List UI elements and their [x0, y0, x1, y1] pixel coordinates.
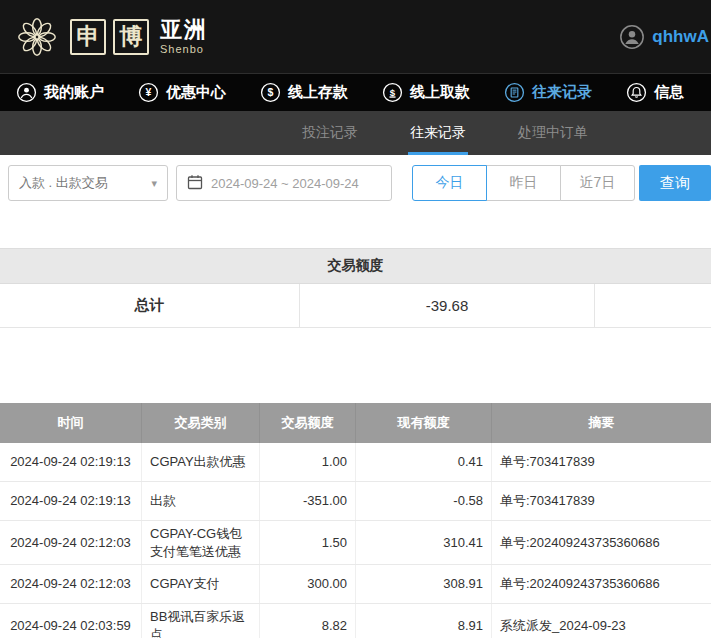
- quick-filter-yesterday[interactable]: 昨日: [486, 165, 561, 201]
- cell-type: BB视讯百家乐返点: [142, 604, 260, 638]
- nav-item-messages[interactable]: 信息: [626, 82, 684, 103]
- svg-text:¥: ¥: [146, 86, 152, 98]
- cell-type: CGPAY-CG钱包支付笔笔送优惠: [142, 521, 260, 564]
- cell-summary: 单号:703417839: [492, 443, 711, 481]
- query-button[interactable]: 查询: [639, 165, 711, 201]
- summary-total-value: -39.68: [300, 284, 595, 327]
- summary-table: 交易额度 总计 -39.68: [0, 248, 711, 328]
- nav-label: 线上取款: [410, 83, 470, 102]
- coin-icon: ¥: [138, 82, 159, 103]
- tab-betting-records[interactable]: 投注记录: [300, 111, 360, 155]
- cell-amount: 8.82: [260, 604, 356, 638]
- brand-char-shen: 申: [70, 19, 106, 55]
- col-header-balance: 现有额度: [356, 403, 492, 443]
- cell-amount: 1.00: [260, 443, 356, 481]
- date-range-value: 2024-09-24 ~ 2024-09-24: [211, 176, 359, 191]
- cell-balance: 0.41: [356, 443, 492, 481]
- quick-filter-group: 今日 昨日 近7日: [412, 165, 635, 201]
- cell-summary: 单号:703417839: [492, 482, 711, 520]
- brand-text: 亚洲 Shenbo: [160, 18, 208, 54]
- cell-summary: 系统派发_2024-09-23: [492, 604, 711, 638]
- svg-text:$: $: [390, 87, 396, 98]
- nav-label: 信息: [654, 83, 684, 102]
- user-icon: [16, 82, 37, 103]
- col-header-time: 时间: [0, 403, 142, 443]
- summary-empty-cell: [595, 284, 711, 327]
- cell-summary: 单号:202409243735360686: [492, 521, 711, 564]
- nav-item-transaction-records[interactable]: 往来记录: [504, 82, 592, 103]
- summary-total-label: 总计: [0, 284, 300, 327]
- svg-text:$: $: [268, 86, 274, 98]
- cell-amount: -351.00: [260, 482, 356, 520]
- table-row: 2024-09-24 02:12:03 CGPAY-CG钱包支付笔笔送优惠 1.…: [0, 521, 711, 565]
- user-avatar-icon[interactable]: [619, 24, 645, 50]
- nav-item-online-withdrawal[interactable]: $ 线上取款: [382, 82, 470, 103]
- cell-time: 2024-09-24 02:12:03: [0, 565, 142, 603]
- withdraw-icon: $: [382, 82, 403, 103]
- cell-balance: 308.91: [356, 565, 492, 603]
- deposit-icon: $: [260, 82, 281, 103]
- spacer: [0, 328, 711, 403]
- bell-icon: [626, 82, 647, 103]
- table-header-row: 时间 交易类别 交易额度 现有额度 摘要: [0, 403, 711, 443]
- user-area: qhhwA: [619, 0, 709, 73]
- cell-amount: 1.50: [260, 521, 356, 564]
- cell-balance: 8.91: [356, 604, 492, 638]
- summary-header: 交易额度: [0, 248, 711, 284]
- nav-item-online-deposit[interactable]: $ 线上存款: [260, 82, 348, 103]
- brand-subtitle: Shenbo: [160, 43, 208, 55]
- cell-time: 2024-09-24 02:19:13: [0, 443, 142, 481]
- cell-type: CGPAY支付: [142, 565, 260, 603]
- cell-time: 2024-09-24 02:19:13: [0, 482, 142, 520]
- brand-char-bo: 博: [113, 19, 149, 55]
- tab-transaction-records[interactable]: 往来记录: [408, 111, 468, 155]
- table-row: 2024-09-24 02:19:13 CGPAY出款优惠 1.00 0.41 …: [0, 443, 711, 482]
- cell-time: 2024-09-24 02:12:03: [0, 521, 142, 564]
- nav-item-promotions[interactable]: ¥ 优惠中心: [138, 82, 226, 103]
- brand-region: 亚洲: [160, 18, 208, 42]
- table-row: 2024-09-24 02:19:13 出款 -351.00 -0.58 单号:…: [0, 482, 711, 521]
- filter-section: 入款 . 出款交易 ▾ 2024-09-24 ~ 2024-09-24 今日 昨…: [0, 155, 711, 248]
- nav-label: 线上存款: [288, 83, 348, 102]
- cell-amount: 300.00: [260, 565, 356, 603]
- quick-filter-last7days[interactable]: 近7日: [560, 165, 635, 201]
- summary-row: 总计 -39.68: [0, 284, 711, 328]
- cell-summary: 单号:202409243735360686: [492, 565, 711, 603]
- calendar-icon: [187, 174, 203, 193]
- cell-balance: 310.41: [356, 521, 492, 564]
- transaction-type-select[interactable]: 入款 . 出款交易 ▾: [8, 165, 168, 201]
- cell-type: 出款: [142, 482, 260, 520]
- col-header-summary: 摘要: [492, 403, 711, 443]
- transaction-type-value: 入款 . 出款交易: [19, 174, 108, 192]
- tab-processing-orders[interactable]: 处理中订单: [516, 111, 590, 155]
- table-row: 2024-09-24 02:03:59 BB视讯百家乐返点 8.82 8.91 …: [0, 604, 711, 638]
- main-nav: 我的账户 ¥ 优惠中心 $ 线上存款 $ 线上取款: [0, 73, 711, 111]
- date-range-input[interactable]: 2024-09-24 ~ 2024-09-24: [176, 165, 392, 201]
- top-header: 申 博 亚洲 Shenbo qhhwA: [0, 0, 711, 73]
- cell-time: 2024-09-24 02:03:59: [0, 604, 142, 638]
- nav-label: 优惠中心: [166, 83, 226, 102]
- records-icon: [504, 82, 525, 103]
- nav-label: 我的账户: [44, 83, 104, 102]
- chevron-down-icon: ▾: [151, 177, 157, 190]
- cell-type: CGPAY出款优惠: [142, 443, 260, 481]
- brand-flower-logo: [14, 14, 60, 60]
- nav-label: 往来记录: [532, 83, 592, 102]
- username[interactable]: qhhwA: [652, 27, 709, 47]
- table-row: 2024-09-24 02:12:03 CGPAY支付 300.00 308.9…: [0, 565, 711, 604]
- transactions-table: 时间 交易类别 交易额度 现有额度 摘要 2024-09-24 02:19:13…: [0, 403, 711, 638]
- cell-balance: -0.58: [356, 482, 492, 520]
- nav-item-my-account[interactable]: 我的账户: [16, 82, 104, 103]
- col-header-type: 交易类别: [142, 403, 260, 443]
- sub-nav: 投注记录 往来记录 处理中订单: [0, 111, 711, 155]
- col-header-amount: 交易额度: [260, 403, 356, 443]
- quick-filter-today[interactable]: 今日: [412, 165, 487, 201]
